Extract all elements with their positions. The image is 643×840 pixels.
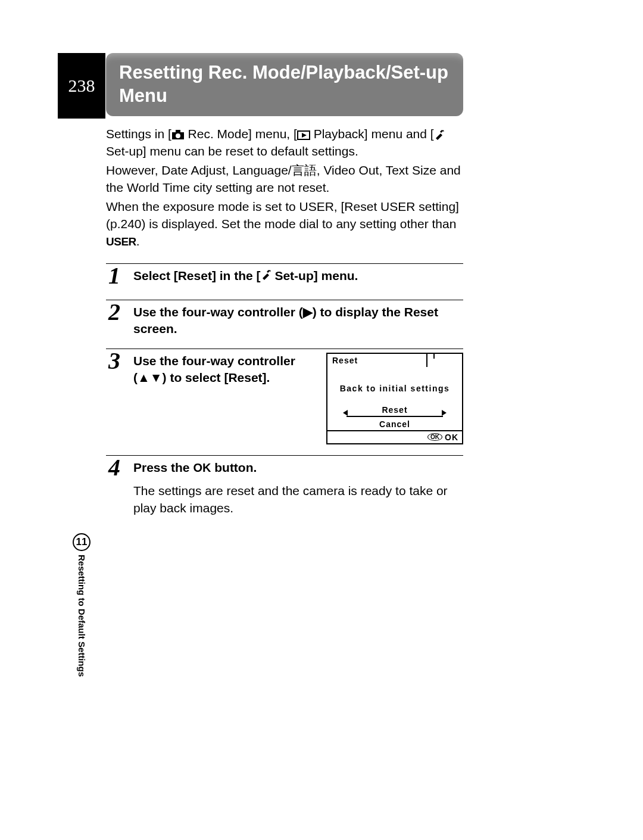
ok-pill-icon: OK (427, 433, 442, 441)
reset-screen-tab: Reset (326, 353, 427, 367)
step-number: 4 (106, 457, 123, 515)
intro-playback: Playback] menu and [ (310, 127, 434, 141)
steps-list: 1 Select [Reset] in the [ Set-up] menu. … (106, 263, 463, 528)
step4-text-a: Press the (133, 461, 193, 474)
svg-marker-4 (302, 133, 307, 138)
intro-para3b: . (136, 234, 140, 248)
step-heading: Select [Reset] in the [ Set-up] menu. (133, 267, 463, 284)
step-number: 1 (106, 265, 123, 287)
intro-recmode: Rec. Mode] menu, [ (185, 127, 297, 141)
step-number: 2 (106, 301, 123, 335)
chapter-number-badge: 11 (73, 533, 90, 551)
step-heading: Use the four-way controller (▲▼) to sele… (133, 353, 308, 387)
ok-button-label: OK (193, 460, 211, 476)
intro-part1: Settings in [ (106, 127, 171, 141)
setup-icon (261, 269, 271, 282)
step4-text-b: button. (211, 461, 257, 474)
page-content: Settings in [ Rec. Mode] menu, [ Playbac… (106, 125, 463, 528)
chapter-tab: 11 Resetting to Default Settings (58, 533, 105, 677)
page-number: 238 (58, 53, 105, 119)
camera-icon (171, 129, 185, 140)
step-1: 1 Select [Reset] in the [ Set-up] menu. (106, 263, 463, 300)
user-mode-label: USER (106, 234, 136, 250)
footer-ok-label: OK (445, 433, 458, 442)
reset-option-selected: Reset (347, 405, 443, 417)
intro-text: Settings in [ Rec. Mode] menu, [ Playbac… (106, 125, 463, 250)
setup-icon (434, 129, 445, 140)
intro-para2: However, Date Adjust, Language/言語, Video… (106, 161, 463, 197)
step1-text-b: Set-up] menu. (271, 269, 358, 282)
page-title: Resetting Rec. Mode/Playback/Set-up Menu (106, 53, 463, 116)
reset-screen-illustration: Reset Back to initial settings Reset Can… (326, 353, 463, 444)
playback-icon (297, 130, 310, 140)
reset-option-cancel: Cancel (332, 418, 457, 430)
svg-rect-1 (176, 130, 180, 133)
step-3: 3 Use the four-way controller (▲▼) to se… (106, 349, 463, 455)
reset-screen-message: Back to initial settings (332, 373, 457, 405)
reset-screen-footer: OK OK (327, 430, 462, 443)
step-heading: Press the OK button. (133, 459, 463, 476)
step-description: The settings are reset and the camera is… (133, 482, 463, 517)
step-number: 3 (106, 350, 123, 442)
intro-setup: Set-up] menu can be reset to default set… (106, 144, 358, 158)
svg-point-2 (176, 133, 180, 138)
step-2: 2 Use the four-way controller (▶) to dis… (106, 300, 463, 349)
step-4: 4 Press the OK button. The settings are … (106, 455, 463, 528)
step1-text-a: Select [Reset] in the [ (133, 269, 261, 282)
step-heading: Use the four-way controller (▶) to displ… (133, 304, 463, 338)
chapter-label: Resetting to Default Settings (76, 555, 88, 677)
intro-para3a: When the exposure mode is set to USER, [… (106, 200, 459, 231)
reset-screen-tab-stub (427, 353, 435, 359)
manual-page: 238 Resetting Rec. Mode/Playback/Set-up … (0, 0, 643, 840)
